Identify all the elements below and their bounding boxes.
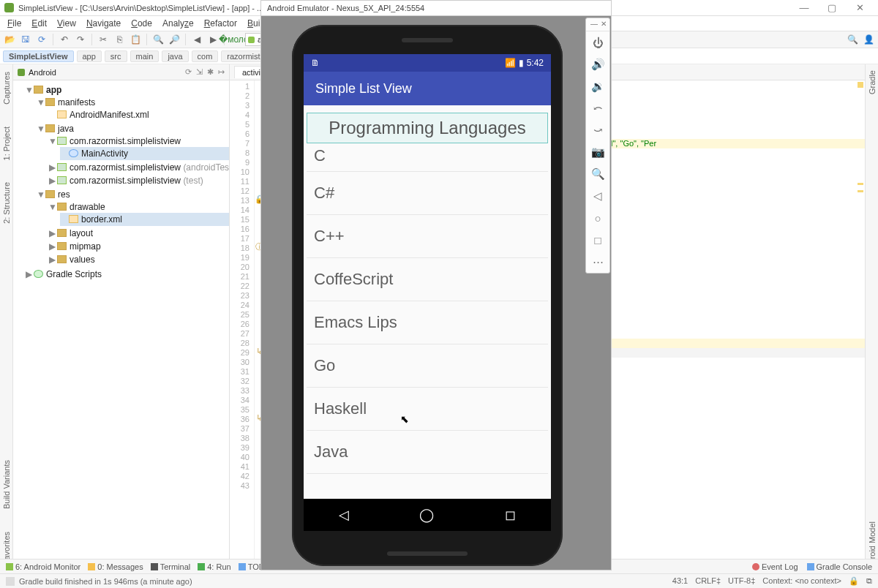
tooltab-structure[interactable]: 2: Structure [2, 182, 11, 224]
list-item[interactable]: Go [307, 344, 548, 388]
line-numbers: 1 2 3 4 5 6 7 8 9 10 11 12 13 14 15 16 1… [230, 80, 255, 573]
project-tree[interactable]: ▼app ▼manifests AndroidManifest.xml ▼jav… [13, 80, 229, 573]
status-mem-icon[interactable]: ⧉ [866, 576, 872, 586]
copy-icon[interactable]: ⎘ [113, 33, 126, 46]
pp-settings-icon[interactable]: ✱ [207, 67, 214, 77]
make-icon[interactable]: �молот [229, 33, 242, 46]
save-icon[interactable]: 🖫 [19, 33, 32, 46]
list-header: Programming Languages [307, 113, 548, 143]
android-studio-logo-icon [4, 3, 14, 12]
volume-down-icon[interactable]: 🔉 [586, 75, 609, 97]
bottab-run[interactable]: 4: Run [198, 562, 230, 571]
pp-sync-icon[interactable]: ⟳ [185, 67, 192, 77]
device-screen[interactable]: 🗎 📶 ▮ 5:42 Simple List View Programming … [304, 54, 551, 531]
tree-border-xml[interactable]: border.xml [60, 213, 229, 226]
sync-icon[interactable]: ⟳ [35, 33, 48, 46]
menu-file[interactable]: File [3, 18, 26, 29]
list-item[interactable]: Emacs Lips [307, 301, 548, 344]
find-icon[interactable]: 🔍 [151, 33, 165, 46]
status-message: Gradle build finished in 1s 946ms (a min… [19, 577, 192, 586]
open-icon[interactable]: 📂 [3, 33, 16, 46]
avatar-icon[interactable]: 👤 [862, 33, 875, 46]
cut-icon[interactable]: ✂ [97, 33, 110, 46]
signal-icon: 📶 [505, 58, 516, 68]
nav-overview-icon[interactable]: ◻ [505, 507, 516, 523]
android-view-icon [18, 69, 25, 76]
emu-close-icon[interactable]: ✕ [601, 20, 607, 29]
battery-icon: ▮ [519, 58, 524, 68]
bottab-messages[interactable]: 0: Messages [88, 562, 143, 571]
crumb-java[interactable]: java [162, 50, 188, 62]
project-pane-header: Android ⟳ ⇲ ✱ ↦ [13, 64, 229, 80]
menu-edit[interactable]: Edit [27, 18, 51, 29]
overview-icon[interactable]: □ [586, 229, 609, 251]
tooltab-gradle[interactable]: Gradle [868, 70, 877, 94]
close-button[interactable]: ✕ [846, 2, 874, 13]
camera-icon[interactable]: 📷 [586, 141, 609, 163]
crumb-project[interactable]: SimpleListView [3, 50, 74, 62]
bottab-terminal[interactable]: Terminal [151, 562, 191, 571]
tooltab-project[interactable]: 1: Project [2, 127, 11, 160]
left-tool-tabs: Captures 1: Project 2: Structure Build V… [0, 64, 13, 573]
redo-icon[interactable]: ↷ [74, 33, 87, 46]
menu-navigate[interactable]: Navigate [82, 18, 125, 29]
status-context[interactable]: Context: <no context> [762, 576, 841, 586]
list-item[interactable]: C++ [307, 215, 548, 258]
status-lock-icon[interactable]: 🔒 [849, 576, 859, 586]
android-statusbar: 🗎 📶 ▮ 5:42 [304, 54, 551, 72]
app-title: Simple List View [315, 81, 412, 97]
replace-icon[interactable]: 🔎 [168, 33, 181, 46]
undo-icon[interactable]: ↶ [58, 33, 71, 46]
menu-analyze[interactable]: Analyze [158, 18, 198, 29]
status-encoding[interactable]: UTF-8‡ [728, 576, 755, 586]
list-item[interactable]: CoffeScript [307, 258, 548, 301]
nav-back-icon[interactable]: ◁ [339, 507, 349, 523]
tooltab-buildvariants[interactable]: Build Variants [2, 460, 11, 509]
emulator-titlebar[interactable]: Android Emulator - Nexus_5X_API_24:5554 [260, 0, 612, 16]
back-nav-icon[interactable]: ◀ [190, 33, 203, 46]
status-lineend[interactable]: CRLF‡ [695, 576, 721, 586]
list-item[interactable]: Java [307, 431, 548, 474]
tree-mainactivity[interactable]: MainActivity [60, 147, 229, 160]
crumb-src[interactable]: src [105, 50, 127, 62]
list-item[interactable]: Haskell [307, 388, 548, 431]
right-tool-tabs: Gradle Android Model [865, 64, 878, 573]
crumb-razormist[interactable]: razormist [221, 50, 266, 62]
status-icon[interactable] [6, 577, 15, 586]
error-stripe[interactable] [858, 80, 863, 573]
more-icon[interactable]: ⋯ [586, 251, 609, 273]
list-item[interactable]: C [307, 146, 548, 172]
menu-refactor[interactable]: Refactor [200, 18, 241, 29]
crumb-app[interactable]: app [77, 50, 102, 62]
rotate-right-icon[interactable]: ⤻ [586, 119, 609, 141]
pp-hide-icon[interactable]: ↦ [218, 67, 225, 77]
crumb-main[interactable]: main [130, 50, 160, 62]
crumb-com[interactable]: com [192, 50, 219, 62]
menu-code[interactable]: Code [127, 18, 157, 29]
tooltab-captures[interactable]: Captures [2, 72, 11, 105]
nav-home-icon[interactable]: ◯ [419, 507, 434, 523]
rotate-left-icon[interactable]: ⤺ [586, 97, 609, 119]
android-navbar: ◁ ◯ ◻ [304, 499, 551, 531]
paste-icon[interactable]: 📋 [129, 33, 142, 46]
menu-view[interactable]: View [53, 18, 80, 29]
back-icon[interactable]: ◁ [586, 185, 609, 207]
ide-statusbar: Gradle build finished in 1s 946ms (a min… [0, 573, 878, 588]
search-everywhere-icon[interactable]: 🔍 [846, 33, 859, 46]
bottab-gradleconsole[interactable]: Gradle Console [807, 562, 872, 571]
list-item[interactable]: C# [307, 172, 548, 215]
maximize-button[interactable]: ▢ [818, 2, 846, 13]
fwd-nav-icon[interactable]: ▶ [206, 33, 220, 46]
volume-up-icon[interactable]: 🔊 [586, 53, 609, 75]
bottab-monitor[interactable]: 6: Android Monitor [6, 562, 80, 571]
project-view-mode[interactable]: Android [29, 68, 56, 77]
zoom-icon[interactable]: 🔍 [586, 163, 609, 185]
emulator-toolbar: —✕ ⏻ 🔊 🔉 ⤺ ⤻ 📷 🔍 ◁ ○ □ ⋯ [585, 18, 610, 274]
bottab-eventlog[interactable]: Event Log [752, 562, 798, 571]
home-icon[interactable]: ○ [586, 207, 609, 229]
pp-collapse-icon[interactable]: ⇲ [196, 67, 203, 77]
power-icon[interactable]: ⏻ [586, 31, 609, 53]
emu-min-icon[interactable]: — [590, 20, 598, 29]
minimize-button[interactable]: — [790, 2, 818, 13]
tree-androidmanifest[interactable]: AndroidManifest.xml [48, 108, 229, 121]
